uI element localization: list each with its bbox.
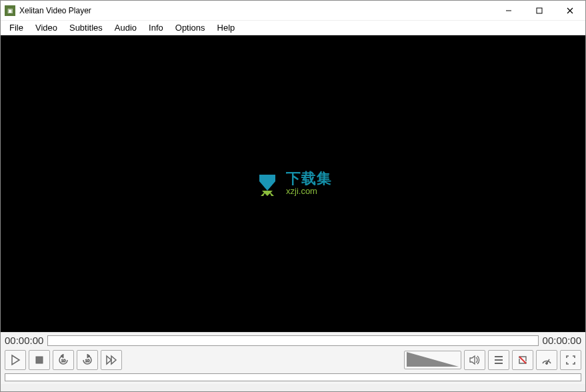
bottom-progress-bar[interactable]	[5, 373, 581, 381]
app-icon: ▣	[5, 5, 15, 16]
minimize-button[interactable]	[493, 1, 524, 20]
svg-rect-1	[537, 8, 542, 13]
watermark-arrow-icon	[254, 171, 281, 197]
watermark: 下载集 xzji.com	[254, 171, 332, 197]
svg-text:10: 10	[61, 359, 66, 363]
mute-button[interactable]	[464, 350, 485, 370]
volume-slider[interactable]	[404, 351, 461, 369]
forward-10-button[interactable]: 10	[77, 350, 98, 370]
stop-button[interactable]	[29, 350, 50, 370]
close-button[interactable]	[555, 1, 585, 20]
menu-help[interactable]: Help	[211, 21, 241, 34]
controls-row: 10 10	[1, 348, 585, 372]
time-total: 00:00:00	[543, 335, 581, 346]
time-current: 00:00:00	[5, 335, 43, 346]
menu-video[interactable]: Video	[29, 21, 63, 34]
playlist-button[interactable]	[488, 350, 509, 370]
video-canvas[interactable]: 下载集 xzji.com	[1, 35, 585, 332]
bottom-progress-row	[1, 372, 585, 384]
fast-forward-button[interactable]	[101, 350, 122, 370]
menubar: File Video Subtitles Audio Info Options …	[1, 21, 585, 35]
menu-subtitles[interactable]: Subtitles	[63, 21, 109, 34]
time-row: 00:00:00 00:00:00	[1, 332, 585, 348]
repeat-off-button[interactable]	[512, 350, 533, 370]
seek-bar[interactable]	[47, 335, 538, 346]
play-button[interactable]	[5, 350, 26, 370]
svg-line-20	[519, 357, 526, 363]
menu-info[interactable]: Info	[143, 21, 169, 34]
svg-marker-10	[61, 354, 63, 358]
maximize-button[interactable]	[524, 1, 555, 20]
svg-rect-9	[36, 357, 43, 363]
watermark-text-sub: xzji.com	[286, 187, 332, 196]
svg-marker-4	[259, 175, 275, 191]
svg-text:10: 10	[85, 359, 90, 363]
titlebar: ▣ Xelitan Video Player	[1, 1, 585, 21]
fullscreen-button[interactable]	[560, 350, 581, 370]
menu-audio[interactable]: Audio	[109, 21, 143, 34]
menu-options[interactable]: Options	[169, 21, 211, 34]
svg-marker-12	[87, 354, 90, 358]
watermark-text-main: 下载集	[286, 171, 332, 187]
svg-marker-16	[470, 356, 475, 364]
window-title: Xelitan Video Player	[19, 6, 91, 15]
svg-marker-8	[12, 355, 19, 365]
speed-button[interactable]	[536, 350, 557, 370]
menu-file[interactable]: File	[3, 21, 29, 34]
back-10-button[interactable]: 10	[53, 350, 74, 370]
svg-point-22	[546, 363, 548, 365]
svg-marker-14	[107, 356, 111, 364]
